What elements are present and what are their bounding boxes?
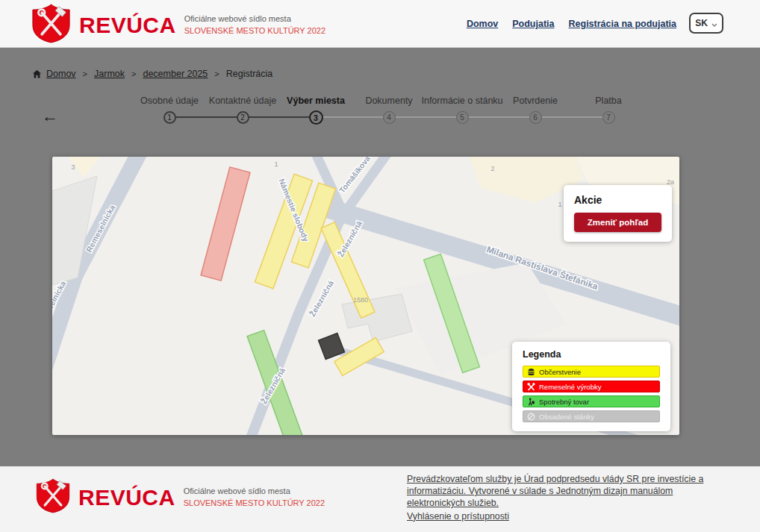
step-label-5: Informácie o stánku bbox=[421, 96, 502, 106]
parcel-number: 1580 bbox=[353, 296, 368, 304]
main-nav: Domov Podujatia Registrácia na podujatia bbox=[467, 0, 676, 48]
actions-panel: Akcie Zmeniť pohľad bbox=[564, 185, 672, 242]
page: REVÚCA Oficiálne webové sídlo mesta SLOV… bbox=[0, 0, 760, 532]
brand-taglines: Oficiálne webové sídlo mesta SLOVENSKÉ M… bbox=[184, 486, 325, 510]
step-label-4: Dokumenty bbox=[365, 96, 412, 106]
step-circle-4[interactable]: 4 bbox=[383, 111, 396, 124]
breadcrumb-jarmok[interactable]: Jarmok bbox=[94, 69, 125, 79]
footer-brand: REVÚCA Oficiálne webové sídlo mesta SLOV… bbox=[34, 478, 325, 516]
brand-name: REVÚCA bbox=[79, 13, 176, 38]
step-circle-5[interactable]: 5 bbox=[456, 111, 469, 124]
occupied-icon bbox=[527, 413, 535, 421]
city-coat-of-arms-icon bbox=[30, 4, 72, 46]
nav-link-registracia[interactable]: Registrácia na podujatia bbox=[569, 19, 676, 29]
breadcrumb-december-2025[interactable]: december 2025 bbox=[143, 69, 208, 79]
step-circle-2[interactable]: 2 bbox=[237, 111, 249, 124]
legend-item-label: Občerstvenie bbox=[539, 368, 581, 376]
crafts-icon bbox=[527, 383, 535, 391]
parcel-number: 2 bbox=[490, 165, 494, 172]
header: REVÚCA Oficiálne webové sídlo mesta SLOV… bbox=[0, 0, 760, 48]
brand-tagline-2: SLOVENSKÉ MESTO KULTÚRY 2022 bbox=[184, 498, 325, 510]
parcel-number: 1 bbox=[558, 201, 561, 208]
legend-item-consumer-goods: Spotrebný tovar bbox=[523, 395, 660, 407]
brand-tagline-1: Oficiálne webové sídlo mesta bbox=[184, 13, 326, 25]
breadcrumb-separator: > bbox=[83, 69, 87, 78]
brand: REVÚCA Oficiálne webové sídlo mesta SLOV… bbox=[30, 4, 326, 46]
step-label-6: Potvrdenie bbox=[513, 96, 558, 106]
brand-tagline-2: SLOVENSKÉ MESTO KULTÚRY 2022 bbox=[184, 25, 326, 37]
nav-link-podujatia[interactable]: Podujatia bbox=[512, 19, 554, 29]
change-view-button[interactable]: Zmeniť pohľad bbox=[574, 213, 661, 232]
language-selector[interactable]: SK bbox=[689, 13, 723, 34]
map-canvas[interactable]: 3 1 2 2a 1 1580 Remeselnícka Remeselníck… bbox=[52, 157, 679, 435]
consumer-goods-icon bbox=[527, 398, 535, 406]
language-value: SK bbox=[695, 18, 708, 28]
breadcrumb-domov[interactable]: Domov bbox=[46, 69, 76, 79]
parcel-number: 3 bbox=[71, 163, 75, 171]
back-button[interactable]: ← bbox=[39, 105, 61, 128]
parcel-number: 1 bbox=[274, 160, 278, 168]
food-icon bbox=[527, 368, 535, 376]
brand-taglines: Oficiálne webové sídlo mesta SLOVENSKÉ M… bbox=[184, 13, 326, 37]
step-label-3: Výber miesta bbox=[287, 96, 345, 106]
chevron-down-icon bbox=[711, 16, 717, 30]
step-circle-6[interactable]: 6 bbox=[529, 111, 542, 124]
legend-item-label: Spotrebný tovar bbox=[539, 398, 589, 406]
footer-accessibility-link[interactable]: Vyhlásenie o prístupnosti bbox=[407, 510, 509, 522]
step-circle-7[interactable]: 7 bbox=[602, 111, 615, 124]
footer: REVÚCA Oficiálne webové sídlo mesta SLOV… bbox=[0, 466, 760, 532]
legend-item-crafts: Remeselné výrobky bbox=[523, 381, 660, 392]
breadcrumb-separator: > bbox=[131, 69, 136, 78]
breadcrumb: Domov > Jarmok > december 2025 > Registr… bbox=[33, 69, 272, 79]
nav-link-domov[interactable]: Domov bbox=[467, 19, 498, 29]
step-circle-3[interactable]: 3 bbox=[309, 110, 323, 125]
city-coat-of-arms-icon bbox=[34, 478, 72, 516]
legend-title: Legenda bbox=[523, 349, 660, 360]
legend-panel: Legenda Občerstvenie Remeselné výrobky S… bbox=[512, 342, 670, 431]
legend-item-occupied: Obsadené stánky bbox=[523, 410, 660, 422]
step-circle-1[interactable]: 1 bbox=[163, 111, 176, 124]
breadcrumb-current: Registrácia bbox=[226, 69, 273, 79]
step-label-2: Kontaktné údaje bbox=[209, 96, 276, 106]
breadcrumb-separator: > bbox=[214, 69, 219, 78]
legend-item-label: Obsadené stánky bbox=[539, 413, 594, 421]
legend-item-label: Remeselné výrobky bbox=[539, 383, 601, 391]
home-icon bbox=[33, 70, 41, 78]
step-label-1: Osobné údaje bbox=[140, 96, 199, 106]
footer-links: Prevádzkovateľom služby je Úrad podpreds… bbox=[407, 473, 714, 522]
brand-tagline-1: Oficiálne webové sídlo mesta bbox=[184, 486, 325, 498]
legend-item-refreshments: Občerstvenie bbox=[523, 366, 660, 378]
actions-panel-title: Akcie bbox=[574, 194, 661, 206]
footer-operator-link[interactable]: Prevádzkovateľom služby je Úrad podpreds… bbox=[407, 474, 703, 508]
step-label-7: Platba bbox=[595, 96, 621, 106]
brand-name: REVÚCA bbox=[78, 485, 175, 510]
